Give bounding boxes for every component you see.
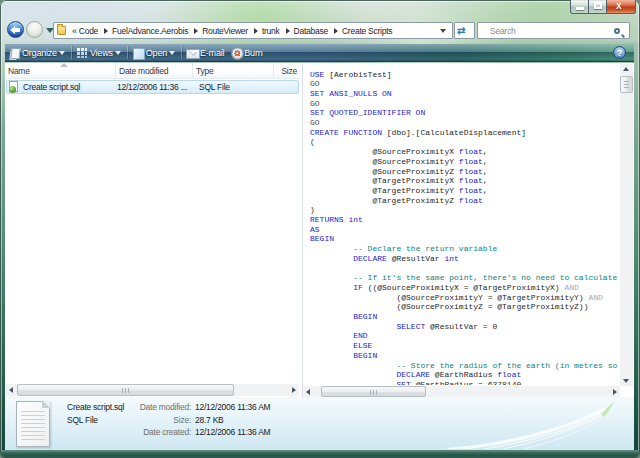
code-line: END (310, 331, 620, 341)
toolbar-button-burn[interactable]: Burn (228, 44, 266, 62)
breadcrumb-item-database[interactable]: Database (294, 26, 328, 36)
navigation-bar: « CodeFuelAdvance.AerobisRouteViewertrun… (0, 20, 640, 43)
content-panes: Name Date modified Type Size Create scri… (5, 63, 634, 397)
toolbar-button-e-mail[interactable]: E-mail (184, 44, 228, 62)
preview-horizontal-scrollbar[interactable] (303, 386, 620, 397)
address-bar[interactable]: « CodeFuelAdvance.AerobisRouteViewertrun… (53, 22, 453, 39)
scroll-up-icon (623, 67, 629, 71)
column-header-type[interactable]: Type (193, 63, 274, 79)
dropdown-arrow-icon (59, 51, 65, 55)
window-body: OrganizeViewsOpenE-mailBurn ? Name Date … (5, 44, 634, 450)
dropdown-arrow-icon (169, 51, 175, 55)
code-line: @SourceProximityZ float, (310, 167, 620, 177)
breadcrumb-separator-icon[interactable] (194, 28, 198, 34)
code-line: GO (310, 118, 620, 128)
toolbar-button-open[interactable]: Open (130, 44, 179, 62)
toolbar-button-label: E-mail (197, 48, 226, 58)
scroll-left-button[interactable] (303, 386, 314, 397)
back-button[interactable] (7, 21, 24, 38)
breadcrumb-item-code[interactable]: Code (79, 26, 98, 36)
code-line: BEGIN (310, 234, 620, 244)
breadcrumb-item-trunk[interactable]: trunk (262, 26, 280, 36)
close-button[interactable]: x (607, 0, 636, 14)
scroll-left-button[interactable] (6, 384, 17, 396)
column-header-size[interactable]: Size (274, 63, 301, 79)
code-line: ) (310, 205, 620, 215)
details-field-value: 12/12/2006 11:36 AM (191, 402, 270, 412)
refresh-icon: ⇄ (457, 25, 464, 36)
details-file-type: SQL File (67, 415, 98, 425)
code-line: SET ANSI_NULLS ON (310, 89, 620, 99)
details-pane: Create script.sql SQL File Date modified… (5, 397, 634, 450)
caption-buttons: x (570, 0, 636, 14)
window-bottom-frame (1, 450, 639, 457)
preview-vertical-scrollbar[interactable] (620, 64, 633, 386)
scroll-left-icon (9, 387, 13, 393)
toolbar-button-label: Burn (241, 48, 264, 58)
details-field-value: 28.7 KB (191, 415, 224, 425)
close-icon: x (616, 0, 622, 11)
maximize-button[interactable] (589, 0, 607, 14)
breadcrumb-separator-icon[interactable] (286, 28, 290, 34)
forward-button[interactable] (26, 21, 43, 38)
open-icon (132, 47, 143, 59)
file-row-selected[interactable]: Create script.sql12/12/2006 11:36 ...SQL… (6, 80, 299, 94)
refresh-button[interactable]: ⇄ (454, 22, 475, 39)
views-icon (76, 47, 87, 59)
page-fold (42, 401, 50, 409)
code-line: (@SourceProximityZ = @TargetProximityZ)) (310, 302, 620, 312)
breadcrumb-overflow-chevron[interactable]: « (72, 26, 77, 36)
search-placeholder: Search (478, 26, 515, 36)
filelist-horizontal-scrollbar[interactable] (6, 384, 299, 396)
details-field: Date created:12/12/2006 11:36 AM (110, 427, 270, 440)
burn-icon (230, 47, 241, 59)
toolbar-separator (181, 46, 182, 59)
scroll-down-icon (623, 379, 629, 383)
maximize-icon (594, 2, 602, 9)
search-box[interactable]: Search (477, 22, 630, 39)
minimize-icon (576, 7, 584, 10)
preview-hscroll-thumb[interactable] (321, 386, 426, 397)
breadcrumb-separator-icon[interactable] (334, 28, 338, 34)
explorer-window: x « CodeFuelAdvance.AerobisRouteViewertr… (0, 0, 640, 458)
code-line: @TargetProximityX float, (310, 176, 620, 186)
column-header-name[interactable]: Name (5, 63, 116, 79)
scroll-right-icon (613, 389, 617, 395)
page-lines (21, 411, 45, 440)
preview-vscroll-thumb[interactable] (620, 76, 633, 93)
breadcrumb-item-routeviewer[interactable]: RouteViewer (202, 26, 248, 36)
breadcrumb-item-create-scripts[interactable]: Create Scripts (342, 26, 392, 36)
toolbar-separator (71, 46, 72, 59)
filelist-hscroll-thumb[interactable] (17, 384, 234, 396)
scroll-right-button[interactable] (288, 384, 299, 396)
column-header-date-modified[interactable]: Date modified (116, 63, 193, 79)
scroll-down-button[interactable] (620, 375, 633, 386)
code-line: BEGIN (310, 312, 620, 322)
details-field: Size:28.7 KB (110, 415, 270, 428)
code-line: BEGIN (310, 351, 620, 361)
file-name: Create script.sql (23, 81, 115, 93)
code-line: RETURNS int (310, 215, 620, 225)
command-toolbar: OrganizeViewsOpenE-mailBurn ? (5, 44, 634, 62)
preview-pane: USE [AerobisTest]GOSET ANSI_NULLS ONGOSE… (303, 63, 634, 397)
minimize-button[interactable] (570, 0, 589, 14)
breadcrumb-item-fueladvance-aerobis[interactable]: FuelAdvance.Aerobis (112, 26, 188, 36)
sql-preview[interactable]: USE [AerobisTest]GOSET ANSI_NULLS ONGOSE… (303, 63, 620, 385)
code-line: @SourceProximityY float, (310, 157, 620, 167)
code-line: USE [AerobisTest] (310, 70, 620, 80)
toolbar-button-organize[interactable]: Organize (6, 44, 69, 62)
breadcrumb-separator-icon[interactable] (104, 28, 108, 34)
help-button[interactable]: ? (613, 46, 626, 59)
file-list-pane: Name Date modified Type Size Create scri… (5, 63, 300, 397)
code-line: DECLARE @EarthRadius float (310, 370, 620, 380)
code-line: SET @EarthRadius = 6378140 (310, 380, 620, 385)
folder-icon (57, 26, 66, 35)
sql-file-icon-large (16, 401, 50, 447)
scroll-up-button[interactable] (620, 64, 633, 75)
scroll-right-button[interactable] (609, 386, 620, 397)
toolbar-button-views[interactable]: Views (74, 44, 125, 62)
breadcrumb-separator-icon[interactable] (254, 28, 258, 34)
toolbar-separator (127, 46, 128, 59)
code-line: CREATE FUNCTION [dbo].[CalculateDisplace… (310, 128, 620, 138)
address-dropdown-icon[interactable] (440, 29, 446, 33)
